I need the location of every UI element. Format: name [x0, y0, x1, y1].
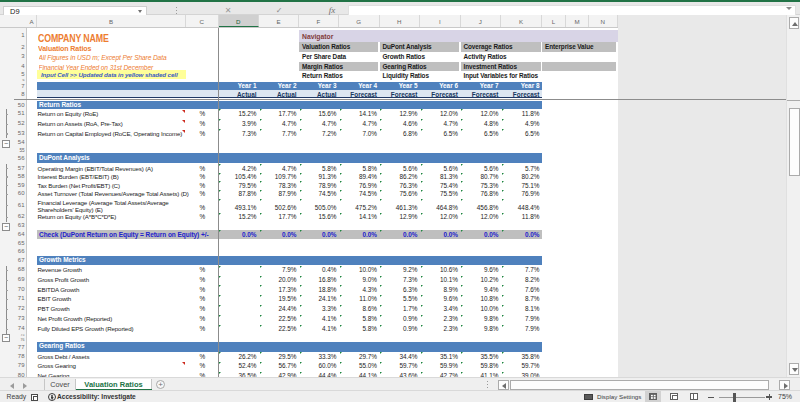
- column-header-h[interactable]: H: [380, 15, 421, 27]
- cell-value-r60-y8[interactable]: 76.9%: [501, 189, 542, 198]
- cell-check-value[interactable]: 0.0%: [339, 230, 380, 240]
- cell-year-4[interactable]: Year 4: [339, 82, 380, 90]
- cell-year-5[interactable]: Year 5: [380, 82, 421, 90]
- outline-collapse-button[interactable]: −: [2, 140, 10, 148]
- zoom-slider-handle[interactable]: [733, 393, 736, 402]
- cell-value-r59-y4[interactable]: 76.9%: [339, 181, 380, 190]
- row-header-67[interactable]: 67: [14, 256, 26, 265]
- row-header-57[interactable]: 57: [14, 164, 26, 173]
- cell-value-r79-y3[interactable]: 60.0%: [299, 361, 339, 371]
- row-header-52[interactable]: 52: [14, 119, 26, 129]
- row-header-1[interactable]: 1: [14, 28, 26, 42]
- formula-bar-expand-icon[interactable]: [786, 7, 792, 10]
- cell-value-r70-y3[interactable]: 18.8%: [299, 285, 339, 295]
- column-header-d[interactable]: D: [219, 15, 260, 27]
- cell-value-r78-y6[interactable]: 35.1%: [420, 352, 461, 362]
- cell-value-r70-y2[interactable]: 17.3%: [259, 285, 299, 295]
- cell-unit-row-68[interactable]: %: [189, 265, 216, 275]
- scroll-up-button[interactable]: [789, 17, 799, 29]
- horizontal-scrollbar-thumb[interactable]: [510, 380, 769, 391]
- cell-value-r52-y7[interactable]: 4.8%: [461, 119, 502, 129]
- cell-value-r57-y7[interactable]: 5.6%: [461, 164, 502, 173]
- cell-value-r59-y2[interactable]: 78.3%: [259, 181, 299, 190]
- cell-value-r78-y3[interactable]: 33.3%: [299, 352, 339, 362]
- row-header-72[interactable]: 72: [14, 304, 26, 314]
- cell-value-r72-y8[interactable]: 8.1%: [501, 304, 542, 314]
- cell-value-r57-y2[interactable]: 4.7%: [259, 164, 299, 173]
- cell-value-r58-y8[interactable]: 80.2%: [501, 172, 542, 181]
- cell-value-r52-y2[interactable]: 4.7%: [259, 119, 299, 129]
- cell-unit-row-57[interactable]: %: [189, 164, 216, 173]
- cell-value-r52-y4[interactable]: 4.7%: [339, 119, 380, 129]
- cell-unit-row-78[interactable]: %: [189, 352, 216, 362]
- cell-value-r53-y8[interactable]: 6.5%: [501, 129, 542, 139]
- row-header-60[interactable]: 60: [14, 189, 26, 198]
- zoom-out-button[interactable]: [708, 397, 714, 398]
- cell-unit-row-71[interactable]: %: [189, 294, 216, 304]
- cell-value-r53-y5[interactable]: 6.8%: [380, 129, 421, 139]
- cell-value-r68-y6[interactable]: 10.6%: [420, 265, 461, 275]
- cell-value-r51-y1[interactable]: 15.2%: [219, 109, 260, 119]
- cell-value-r53-y2[interactable]: 7.7%: [259, 129, 299, 139]
- cell-status-7[interactable]: Forecast: [461, 90, 502, 99]
- row-header-62[interactable]: 62: [14, 212, 26, 222]
- cell-value-r51-y8[interactable]: 11.8%: [501, 109, 542, 119]
- cell-value-r62-y4[interactable]: 14.1%: [339, 212, 380, 222]
- cell-status-2[interactable]: Actual: [259, 90, 299, 99]
- macro-record-icon[interactable]: [31, 394, 38, 401]
- cell-value-r57-y5[interactable]: 5.6%: [380, 164, 421, 173]
- row-header-50[interactable]: 50: [14, 101, 26, 109]
- cell-unit-row-61[interactable]: %: [189, 198, 216, 213]
- row-header-59[interactable]: 59: [14, 181, 26, 190]
- view-page-layout-button[interactable]: [666, 391, 682, 402]
- cell-year-7[interactable]: Year 7: [461, 82, 502, 90]
- new-sheet-button[interactable]: +: [156, 380, 165, 389]
- cell-value-r60-y3[interactable]: 74.5%: [299, 189, 339, 198]
- outline-collapse-button[interactable]: −: [2, 334, 10, 342]
- cell-value-r72-y3[interactable]: 3.3%: [299, 304, 339, 314]
- cell-value-r71-y7[interactable]: 10.8%: [461, 294, 502, 304]
- cell-value-r58-y6[interactable]: 81.3%: [420, 172, 461, 181]
- cell-value-r59-y8[interactable]: 75.1%: [501, 181, 542, 190]
- scroll-down-button[interactable]: [789, 363, 799, 375]
- row-header-7[interactable]: 7: [14, 82, 26, 90]
- row-header-54[interactable]: 54: [14, 138, 26, 148]
- row-header-51[interactable]: 51: [14, 109, 26, 119]
- cell-value-r74-y6[interactable]: 2.3%: [420, 324, 461, 334]
- cell-value-r51-y3[interactable]: 15.6%: [299, 109, 339, 119]
- zoom-level[interactable]: 75%: [778, 391, 792, 402]
- cell-value-r58-y2[interactable]: 109.7%: [259, 172, 299, 181]
- column-header-l[interactable]: L: [542, 15, 566, 27]
- row-header-74[interactable]: 74: [14, 324, 26, 334]
- cell-value-r78-y4[interactable]: 29.7%: [339, 352, 380, 362]
- outline-collapse-button[interactable]: −: [2, 223, 10, 231]
- cell-value-r57-y3[interactable]: 5.8%: [299, 164, 339, 173]
- section-band-dupont-analysis[interactable]: DuPont Analysis: [37, 153, 542, 163]
- cell-value-r62-y2[interactable]: 17.7%: [259, 212, 299, 222]
- cell-note-figures[interactable]: All Figures in USD m; Except Per Share D…: [39, 54, 219, 62]
- tab-scroll-left-icon[interactable]: [10, 383, 14, 389]
- cell-check-value[interactable]: 0.0%: [259, 230, 299, 240]
- cell-check-value[interactable]: 0.0%: [501, 230, 542, 240]
- cell-value-r52-y1[interactable]: 3.9%: [219, 119, 260, 129]
- column-header-g[interactable]: G: [339, 15, 380, 27]
- cell-check-value[interactable]: 0.0%: [219, 230, 260, 240]
- cell-value-r60-y5[interactable]: 75.6%: [380, 189, 421, 198]
- cell-value-r60-y2[interactable]: 87.9%: [259, 189, 299, 198]
- section-band-growth-metrics[interactable]: Growth Metrics: [37, 256, 542, 265]
- cell-value-r60-y6[interactable]: 75.5%: [420, 189, 461, 198]
- cell-value-r59-y3[interactable]: 78.9%: [299, 181, 339, 190]
- cell-check-value[interactable]: 0.0%: [420, 230, 461, 240]
- cell-value-r71-y2[interactable]: 19.5%: [259, 294, 299, 304]
- cell-status-1[interactable]: Actual: [219, 90, 260, 99]
- column-header-b[interactable]: B: [37, 15, 186, 27]
- row-header-77[interactable]: 77: [14, 342, 26, 352]
- cell-value-r59-y5[interactable]: 76.3%: [380, 181, 421, 190]
- cell-input-note[interactable]: Input Cell >> Updated data in yellow sha…: [37, 70, 186, 78]
- row-header-4[interactable]: 4: [14, 62, 26, 71]
- cell-value-r52-y8[interactable]: 4.9%: [501, 119, 542, 129]
- row-header-56[interactable]: 56: [14, 153, 26, 163]
- navigator-link-gearing-ratios[interactable]: Gearing Ratios: [380, 62, 460, 71]
- cell-value-r61-y4[interactable]: 475.2%: [339, 198, 380, 213]
- column-header-i[interactable]: I: [420, 15, 461, 27]
